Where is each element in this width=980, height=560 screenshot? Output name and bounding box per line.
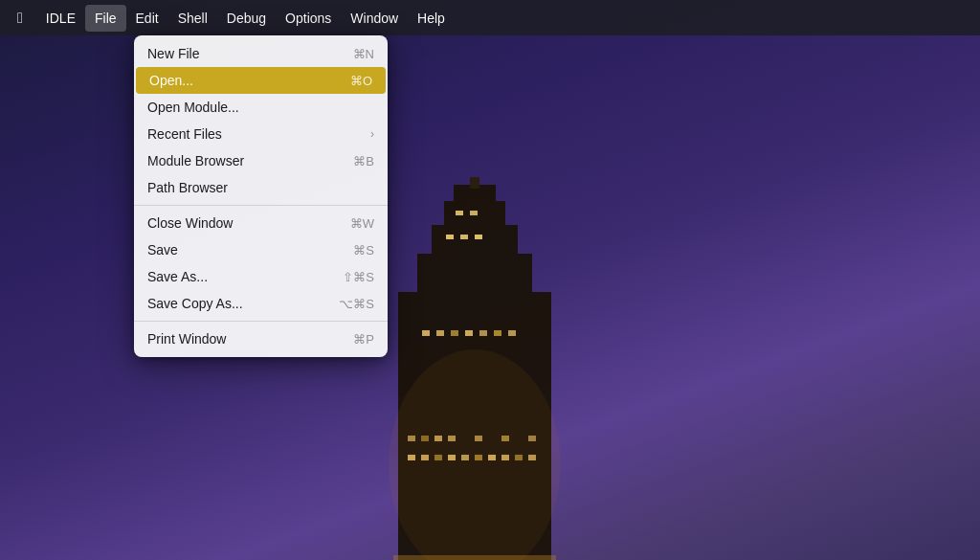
menu-item-module-browser[interactable]: Module Browser ⌘B	[134, 147, 388, 174]
menu-item-print-window-label: Print Window	[147, 331, 226, 347]
menu-item-save-copy-as[interactable]: Save Copy As... ⌥⌘S	[134, 290, 388, 317]
menu-item-close-window[interactable]: Close Window ⌘W	[134, 210, 388, 236]
menu-item-path-browser[interactable]: Path Browser	[134, 174, 388, 201]
svg-rect-30	[446, 235, 454, 239]
apple-menu-item[interactable]: 	[8, 6, 33, 31]
menu-item-open-module[interactable]: Open Module...	[134, 94, 388, 121]
menubar-debug[interactable]: Debug	[217, 5, 276, 32]
menubar-window[interactable]: Window	[341, 5, 408, 32]
menubar-help[interactable]: Help	[408, 5, 455, 32]
menu-item-save-copy-as-label: Save Copy As...	[147, 296, 243, 311]
menu-item-print-window[interactable]: Print Window ⌘P	[134, 325, 388, 352]
svg-rect-29	[508, 330, 516, 336]
menu-item-save-copy-as-shortcut: ⌥⌘S	[339, 297, 374, 311]
menubar-file[interactable]: File	[85, 5, 126, 32]
menu-item-save-as-shortcut: ⇧⌘S	[343, 270, 374, 284]
menu-item-open-shortcut: ⌘O	[350, 74, 372, 88]
menu-item-new-file[interactable]: New File ⌘N	[134, 40, 388, 67]
menubar-options[interactable]: Options	[276, 5, 341, 32]
svg-rect-32	[475, 235, 482, 239]
svg-rect-2	[432, 225, 518, 263]
menu-item-close-window-label: Close Window	[147, 215, 233, 231]
menu-item-open[interactable]: Open... ⌘O	[136, 67, 386, 94]
menu-item-open-label: Open...	[149, 73, 193, 88]
menu-item-new-file-label: New File	[147, 46, 199, 61]
menu-item-new-file-shortcut: ⌘N	[353, 47, 374, 61]
menu-item-save-as-label: Save As...	[147, 269, 208, 284]
svg-rect-24	[436, 330, 444, 336]
menu-item-save-shortcut: ⌘S	[353, 243, 374, 258]
menu-divider-2	[134, 321, 388, 322]
menu-item-close-window-shortcut: ⌘W	[350, 216, 374, 231]
menu-item-open-module-label: Open Module...	[147, 100, 239, 115]
svg-rect-34	[470, 211, 478, 215]
svg-rect-5	[470, 177, 479, 189]
submenu-arrow-icon: ›	[370, 127, 374, 141]
menubar-idle[interactable]: IDLE	[36, 5, 85, 32]
svg-rect-33	[456, 211, 463, 215]
file-dropdown-menu: New File ⌘N Open... ⌘O Open Module... Re…	[134, 35, 388, 357]
svg-rect-27	[479, 330, 487, 336]
menu-divider-1	[134, 205, 388, 206]
svg-rect-31	[460, 235, 468, 239]
menubar-edit[interactable]: Edit	[126, 5, 168, 32]
menu-item-print-window-shortcut: ⌘P	[353, 332, 374, 347]
menu-item-recent-files[interactable]: Recent Files ›	[134, 121, 388, 147]
menu-item-save[interactable]: Save ⌘S	[134, 236, 388, 263]
svg-rect-23	[422, 330, 430, 336]
svg-rect-28	[494, 330, 501, 336]
menubar-shell[interactable]: Shell	[168, 5, 217, 32]
menubar:  IDLE File Edit Shell Debug Options Win…	[0, 0, 980, 35]
menu-item-path-browser-label: Path Browser	[147, 180, 228, 195]
menu-item-save-label: Save	[147, 242, 178, 258]
menu-item-module-browser-label: Module Browser	[147, 153, 244, 168]
menu-item-recent-files-label: Recent Files	[147, 126, 222, 142]
svg-rect-26	[465, 330, 473, 336]
menu-item-module-browser-shortcut: ⌘B	[353, 154, 374, 168]
svg-rect-25	[451, 330, 458, 336]
menu-item-save-as[interactable]: Save As... ⇧⌘S	[134, 263, 388, 290]
